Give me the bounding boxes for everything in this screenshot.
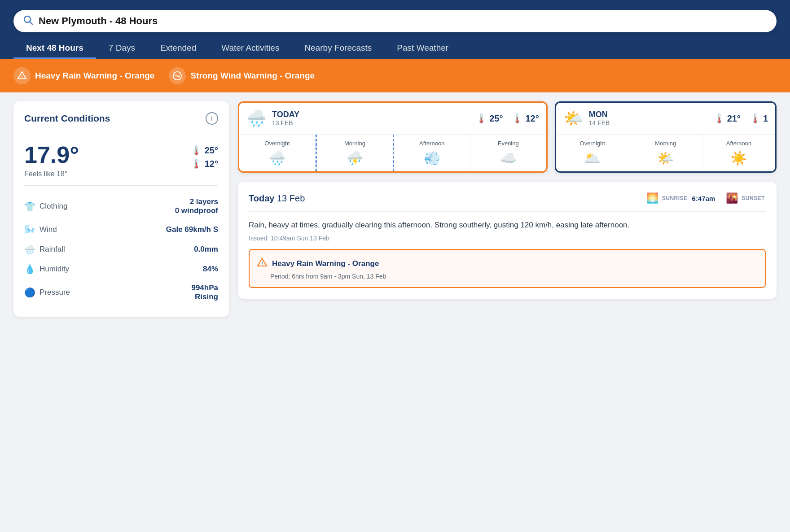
search-icon (22, 14, 33, 28)
tab-next48[interactable]: Next 48 Hours (13, 37, 96, 59)
forecast-section: 🌧️ TODAY 13 FEB 🌡️ 25° 🌡️ 12° (238, 101, 777, 299)
cc-wind-row: 🌬️ Wind Gale 69km/h S (24, 220, 218, 240)
tab-extended[interactable]: Extended (148, 37, 209, 59)
cc-main-temp: 17.9° (24, 141, 79, 168)
svg-line-1 (30, 22, 33, 25)
wind-icon: 🌬️ (24, 224, 35, 235)
mon-high-temp: 🌡️ 21° (714, 113, 741, 124)
cc-low-temp: 🌡️ 12° (191, 158, 218, 169)
today-detail-header: Today 13 Feb 🌅 SUNRISE 6:47am 🌇 SUNSET (249, 192, 766, 204)
cc-temp-row: 17.9° Feels like 18° 🌡️ 25° 🌡️ 12° (24, 141, 218, 178)
mon-low-temp: 🌡️ 1 (750, 113, 768, 124)
tab-past[interactable]: Past Weather (384, 37, 461, 59)
thermometer-low-icon: 🌡️ (191, 158, 202, 169)
warning-wind-text: Strong Wind Warning - Orange (190, 71, 315, 81)
today-afternoon: Afternoon 💨 (394, 135, 470, 171)
sunset-icon: 🌇 (726, 192, 738, 204)
today-thermo-high-icon: 🌡️ (476, 113, 487, 124)
today-card-header: 🌧️ TODAY 13 FEB 🌡️ 25° 🌡️ 12° (239, 103, 546, 135)
warning-card-icon: ! (257, 257, 268, 270)
today-morning: Morning ⛈️ (316, 135, 394, 171)
today-high-temp: 🌡️ 25° (476, 113, 503, 124)
cc-rainfall-label: 🌧️ Rainfall (24, 244, 65, 255)
cc-divider-1 (24, 185, 218, 186)
today-periods-row: Overnight 🌧️ Morning ⛈️ Afternoon 💨 Even… (239, 135, 546, 171)
morning-icon: ⛈️ (321, 150, 388, 166)
cc-wind-label: 🌬️ Wind (24, 224, 57, 235)
warning-rain[interactable]: ! Heavy Rain Warning - Orange (13, 67, 154, 84)
cc-feels-like: Feels like 18° (24, 170, 79, 178)
mon-temps: 🌡️ 21° 🌡️ 1 (714, 113, 768, 124)
mon-card: 🌤️ MON 14 FEB 🌡️ 21° 🌡️ 1 (555, 101, 777, 173)
header: New Plymouth - 48 Hours Next 48 Hours 7 … (0, 0, 790, 59)
warning-card-header: ! Heavy Rain Warning - Orange (257, 257, 758, 270)
sunrise-time: 6:47am (692, 195, 715, 202)
sunrise-label: SUNRISE (662, 195, 688, 201)
warning-wind[interactable]: Strong Wind Warning - Orange (169, 67, 315, 84)
cc-clothing-value: 2 layers 0 windproof (175, 197, 218, 215)
overnight-icon: 🌧️ (244, 150, 311, 166)
warning-detail-card[interactable]: ! Heavy Rain Warning - Orange Period: 6h… (249, 249, 766, 288)
today-card: 🌧️ TODAY 13 FEB 🌡️ 25° 🌡️ 12° (238, 101, 548, 173)
mon-overnight: Overnight 🌥️ (556, 135, 629, 171)
today-evening: Evening ☁️ (470, 135, 546, 171)
sunset-label: SUNSET (742, 195, 765, 201)
today-detail: Today 13 Feb 🌅 SUNRISE 6:47am 🌇 SUNSET (238, 182, 777, 299)
cc-rainfall-value: 0.0mm (194, 245, 218, 254)
tab-water[interactable]: Water Activities (209, 37, 292, 59)
thermometer-high-icon: 🌡️ (191, 145, 202, 156)
mon-afternoon: Afternoon ☀️ (702, 135, 775, 171)
evening-icon: ☁️ (475, 150, 542, 166)
mon-afternoon-icon: ☀️ (707, 150, 771, 166)
sun-times: 🌅 SUNRISE 6:47am 🌇 SUNSET (646, 192, 766, 204)
rainfall-icon: 🌧️ (24, 244, 35, 255)
tab-nearby[interactable]: Nearby Forecasts (292, 37, 384, 59)
mon-overnight-icon: 🌥️ (561, 150, 624, 166)
mon-card-header: 🌤️ MON 14 FEB 🌡️ 21° 🌡️ 1 (556, 103, 775, 135)
cc-pressure-row: 🔵 Pressure 994hPa Rising (24, 279, 218, 306)
cc-header: Current Conditions i (24, 112, 218, 132)
today-card-icon: 🌧️ (246, 109, 267, 128)
cc-wind-value: Gale 69km/h S (166, 225, 218, 234)
today-day-date: 13 FEB (272, 119, 299, 126)
afternoon-icon: 💨 (399, 150, 465, 166)
pressure-icon: 🔵 (24, 287, 35, 298)
mon-card-day-info: MON 14 FEB (589, 110, 610, 126)
mon-thermo-high-icon: 🌡️ (714, 113, 725, 124)
cc-humidity-value: 84% (203, 265, 218, 274)
day-cards-row: 🌧️ TODAY 13 FEB 🌡️ 25° 🌡️ 12° (238, 101, 777, 173)
warning-rain-text: Heavy Rain Warning - Orange (35, 71, 154, 81)
svg-text:!: ! (261, 261, 263, 266)
today-date-label: Today 13 Feb (249, 193, 305, 204)
search-value: New Plymouth - 48 Hours (39, 15, 158, 27)
info-icon[interactable]: i (206, 112, 218, 125)
sunrise-item: 🌅 SUNRISE 6:47am (646, 192, 715, 204)
today-low-temp: 🌡️ 12° (512, 113, 539, 124)
humidity-icon: 💧 (24, 264, 35, 275)
sunset-item: 🌇 SUNSET (726, 192, 766, 204)
mon-periods-row: Overnight 🌥️ Morning 🌤️ Afternoon ☀️ (556, 135, 775, 171)
svg-text:!: ! (21, 74, 22, 79)
mon-day-date: 14 FEB (589, 119, 610, 126)
detail-divider-1 (249, 211, 766, 212)
cc-title: Current Conditions (24, 113, 110, 124)
today-temps: 🌡️ 25° 🌡️ 12° (476, 113, 539, 124)
mon-morning-icon: 🌤️ (634, 150, 698, 166)
warning-rain-icon: ! (13, 67, 31, 84)
today-overnight: Overnight 🌧️ (239, 135, 316, 171)
mon-card-icon: 🌤️ (563, 109, 584, 128)
today-card-day-info: TODAY 13 FEB (272, 110, 299, 126)
today-day-name: TODAY (272, 110, 299, 119)
cc-rainfall-row: 🌧️ Rainfall 0.0mm (24, 240, 218, 259)
cc-pressure-label: 🔵 Pressure (24, 287, 70, 298)
warning-banner: ! Heavy Rain Warning - Orange Strong Win… (0, 59, 790, 92)
tab-7days[interactable]: 7 Days (96, 37, 148, 59)
cc-high-temp: 🌡️ 25° (191, 145, 218, 156)
current-conditions-panel: Current Conditions i 17.9° Feels like 18… (13, 101, 229, 317)
cc-humidity-row: 💧 Humidity 84% (24, 259, 218, 279)
today-thermo-low-icon: 🌡️ (512, 113, 523, 124)
sunrise-icon: 🌅 (646, 192, 658, 204)
mon-thermo-low-icon: 🌡️ (750, 113, 761, 124)
search-bar[interactable]: New Plymouth - 48 Hours (13, 10, 777, 32)
cc-humidity-label: 💧 Humidity (24, 264, 69, 275)
